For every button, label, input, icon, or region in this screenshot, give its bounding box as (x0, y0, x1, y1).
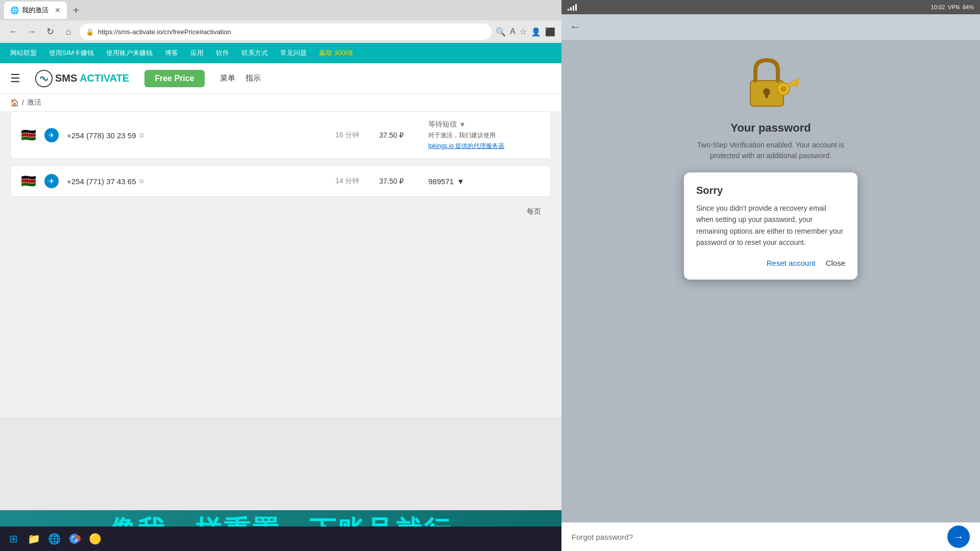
vpn-label: VPN (948, 4, 960, 10)
url-text: https://sms-activate.io/cn/freePrice#act… (98, 28, 231, 36)
system-icon[interactable]: 🟡 (86, 530, 104, 548)
tab-title: 我的激活 (22, 6, 48, 15)
time-left-2: 14 分钟 (335, 177, 371, 186)
flag-kenya-2: 🇰🇪 (21, 174, 36, 188)
profile-icon[interactable]: 👤 (531, 27, 541, 37)
copy-button-2[interactable]: ⧉ (139, 178, 144, 185)
menu-link[interactable]: 菜单 (220, 73, 235, 83)
dialog-title: Sorry (696, 185, 845, 196)
tab-close-button[interactable]: ✕ (55, 6, 61, 14)
telegram-icon-1: ✈ (44, 128, 59, 142)
status-right: 10:02 VPN 84% (931, 4, 974, 10)
reset-account-button[interactable]: Reset account (767, 259, 816, 267)
breadcrumb: 🏠 / 激活 (0, 94, 561, 111)
back-button[interactable]: ← (6, 24, 20, 39)
content-area: 🇰🇪 ✈ +254 (778) 30 23 59 ⧉ 16 分钟 37.50 ₽… (0, 111, 561, 417)
main-header: ☰ SMS ACTIVATE Free Price 菜单 指示 (0, 63, 561, 94)
chrome-browser-icon[interactable] (65, 530, 84, 548)
your-password-title: Your password (730, 121, 811, 135)
extension-icon[interactable]: ⬛ (545, 27, 555, 37)
mobile-back-button[interactable]: ← (570, 20, 581, 34)
search-icon[interactable]: 🔍 (496, 27, 506, 37)
guide-link[interactable]: 指示 (246, 73, 261, 83)
tab-active[interactable]: 🌐 我的激活 ✕ (4, 2, 67, 19)
price-2: 37.50 ₽ (379, 177, 420, 185)
top-nav: 网站联盟 使用SIM卡赚钱 使用账户来赚钱 博客 应用 软件 联系方式 常见问题… (0, 43, 561, 63)
mobile-status-bar: 10:02 VPN 84% (561, 0, 980, 14)
nav-link-apps[interactable]: 应用 (190, 48, 204, 58)
edge-browser-icon[interactable]: 🌐 (45, 530, 63, 548)
url-input[interactable]: 🔒 https://sms-activate.io/cn/freePrice#a… (80, 23, 492, 40)
windows-start-button[interactable]: ⊞ (4, 530, 22, 548)
time-left-1: 16 分钟 (335, 131, 371, 140)
lock-icon: 🔒 (86, 28, 94, 36)
nav-link-sim[interactable]: 使用SIM卡赚钱 (49, 48, 94, 58)
nav-link-promo[interactable]: 赢取 3000$ (319, 48, 353, 58)
pagination-label: 每页 (527, 207, 541, 215)
lock-icon-area (743, 55, 799, 113)
sorry-dialog: Sorry Since you didn't provide a recover… (684, 172, 857, 280)
svg-point-1 (42, 77, 45, 80)
close-dialog-button[interactable]: Close (826, 259, 845, 267)
activation-card-1: 🇰🇪 ✈ +254 (778) 30 23 59 ⧉ 16 分钟 37.50 ₽… (10, 111, 551, 159)
battery-label: 84% (963, 4, 974, 10)
phone-number-2: +254 (771) 37 43 65 ⧉ (67, 177, 327, 186)
new-tab-button[interactable]: + (69, 3, 83, 18)
mobile-back-header: ← (561, 14, 980, 40)
rec-link-1[interactable]: lpkings.io 提供的代理服务器 (428, 142, 504, 151)
nav-link-software[interactable]: 软件 (216, 48, 229, 58)
hamburger-menu[interactable]: ☰ (10, 72, 20, 85)
bookmark-icon[interactable]: ☆ (520, 27, 527, 37)
breadcrumb-home[interactable]: 🏠 (10, 98, 19, 107)
address-bar: ← → ↻ ⌂ 🔒 https://sms-activate.io/cn/fre… (0, 20, 561, 43)
nav-link-contact[interactable]: 联系方式 (241, 48, 268, 58)
forgot-password-text: Forgot password? (572, 533, 947, 541)
status-area-1: 等待短信 ▼ 对于激活，我们建议使用 lpkings.io 提供的代理服务器 (428, 120, 541, 151)
next-button[interactable]: → (947, 525, 970, 548)
forgot-password-bar: Forgot password? → (561, 522, 980, 551)
breadcrumb-current: 激活 (27, 98, 41, 107)
mobile-overlay: 10:02 VPN 84% ← (561, 0, 980, 551)
tab-bar: 🌐 我的激活 ✕ + (0, 0, 561, 20)
telegram-icon-2: ✈ (44, 174, 59, 188)
header-links: 菜单 指示 (220, 73, 261, 83)
mobile-time: 10:02 (931, 4, 945, 10)
refresh-button[interactable]: ↻ (43, 24, 57, 39)
file-explorer-icon[interactable]: 📁 (24, 530, 43, 548)
activation-card-2: 🇰🇪 ✈ +254 (771) 37 43 65 ⧉ 14 分钟 37.50 ₽… (10, 165, 551, 197)
forward-button[interactable]: → (24, 24, 39, 39)
recommendation-text-1: 对于激活，我们建议使用 (428, 131, 496, 140)
tab-favicon: 🌐 (10, 6, 19, 14)
lock-key-icon (743, 55, 799, 111)
phone-number-1: +254 (778) 30 23 59 ⧉ (67, 131, 327, 140)
svg-rect-7 (765, 92, 768, 98)
svg-point-4 (72, 537, 77, 541)
next-arrow-icon: → (953, 531, 964, 543)
status-area-2: 989571 ▼ (428, 177, 541, 186)
mobile-content: Your password Two-Step Verification enab… (561, 40, 980, 551)
nav-link-faq[interactable]: 常见问题 (280, 48, 307, 58)
home-button[interactable]: ⌂ (61, 24, 76, 39)
dialog-text: Since you didn't provide a recovery emai… (696, 203, 845, 248)
mobile-screen: ← (561, 14, 980, 551)
logo-text: SMS ACTIVATE (55, 72, 129, 84)
translate-icon[interactable]: A (510, 27, 516, 36)
waiting-status-1[interactable]: 等待短信 ▼ (428, 120, 466, 129)
breadcrumb-separator: / (22, 98, 24, 107)
nav-link-blog[interactable]: 博客 (165, 48, 178, 58)
chevron-down-icon-1: ▼ (459, 120, 466, 129)
copy-button-1[interactable]: ⧉ (139, 132, 144, 139)
logo[interactable]: SMS ACTIVATE (35, 69, 129, 88)
nav-link-affiliate[interactable]: 网站联盟 (10, 48, 37, 58)
pagination-area: 每页 (10, 203, 551, 220)
status-left (568, 4, 577, 11)
flag-kenya-1: 🇰🇪 (21, 128, 36, 142)
dialog-actions: Reset account Close (696, 259, 845, 267)
price-1: 37.50 ₽ (379, 131, 420, 139)
free-price-button[interactable]: Free Price (144, 70, 204, 87)
nav-link-account[interactable]: 使用账户来赚钱 (106, 48, 153, 58)
signal-icon (568, 4, 577, 11)
taskbar: ⊞ 📁 🌐 🟡 (0, 527, 561, 551)
sms-code-2[interactable]: 989571 ▼ (428, 177, 464, 186)
chevron-down-icon-2: ▼ (457, 177, 464, 186)
